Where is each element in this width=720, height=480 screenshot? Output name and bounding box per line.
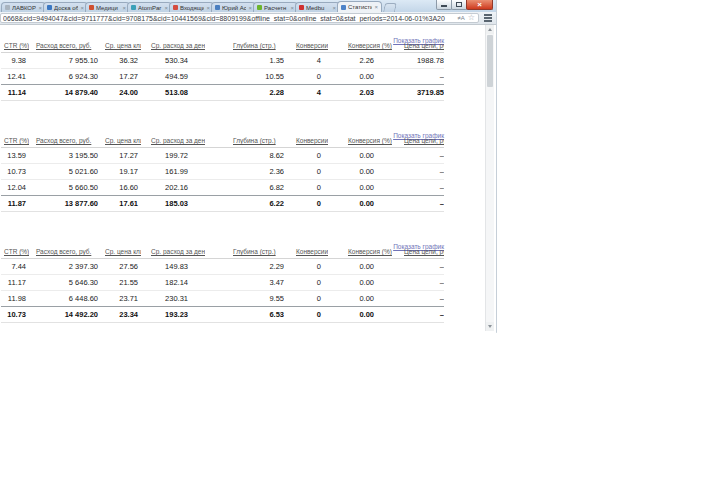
cell: 0 xyxy=(284,180,328,196)
column-header-label: Цена цели, руб. xyxy=(404,248,444,255)
column-header-label: Цена цели, руб. xyxy=(404,42,444,49)
cell: 0.00 xyxy=(328,148,392,164)
tab-close-icon[interactable]: × xyxy=(290,5,294,11)
cell: 149.83 xyxy=(141,259,205,275)
column-header[interactable]: Ср. расход за день, руб. xyxy=(141,39,205,53)
cell: 7.44 xyxy=(1,259,29,275)
cell: 5 646.30 xyxy=(29,275,99,291)
tab-3[interactable]: Медици× xyxy=(85,2,130,12)
table-row: 10.735 021.6019.17161.992.3600.00– xyxy=(1,164,444,180)
maximize-button[interactable] xyxy=(451,0,467,10)
tab-close-icon[interactable]: × xyxy=(122,5,126,11)
cell: 12.04 xyxy=(1,180,29,196)
tab-title: Расчетн xyxy=(264,5,288,11)
column-header-label: Ср. расход за день, руб. xyxy=(151,137,205,144)
total-cell: 13 877.60 xyxy=(29,196,99,212)
browser-window: ЛАВКОР×Доска об×Медици×AtomPar×Входящи×Ю… xyxy=(0,0,497,333)
total-cell: 23.34 xyxy=(99,307,141,323)
column-header[interactable]: CTR (%) xyxy=(1,134,29,148)
cell: 0.00 xyxy=(328,259,392,275)
cell: 202.16 xyxy=(141,180,205,196)
bookmark-star-icon[interactable]: ☆ xyxy=(468,14,475,22)
tab-title: Статисти xyxy=(348,4,372,10)
column-header[interactable]: Конверсия (%) xyxy=(328,39,392,53)
scroll-up-icon xyxy=(488,28,492,31)
column-header[interactable]: Расход всего, руб. xyxy=(29,134,99,148)
column-header[interactable]: Ср. расход за день, руб. xyxy=(141,245,205,259)
cell: – xyxy=(392,180,444,196)
column-header[interactable]: Конверсии xyxy=(284,245,328,259)
column-header[interactable]: CTR (%) xyxy=(1,245,29,259)
tab-close-icon[interactable]: × xyxy=(248,5,252,11)
minimize-button[interactable] xyxy=(436,0,452,10)
column-header[interactable]: Глубина (стр.) xyxy=(205,134,284,148)
tab-favicon-icon xyxy=(5,5,10,10)
column-header-label: Расход всего, руб. xyxy=(36,42,91,49)
tab-1[interactable]: ЛАВКОР× xyxy=(1,2,46,12)
maximize-icon xyxy=(456,2,462,7)
column-header[interactable]: Ср. расход за день, руб. xyxy=(141,134,205,148)
cell: 2.26 xyxy=(328,53,392,69)
total-cell: 11.14 xyxy=(1,85,29,101)
tab-close-icon[interactable]: × xyxy=(374,4,378,10)
column-header[interactable]: Конверсии xyxy=(284,134,328,148)
tab-close-icon[interactable]: × xyxy=(206,5,210,11)
cell: 6 448.60 xyxy=(29,291,99,307)
tab-5[interactable]: Входящи× xyxy=(169,2,214,12)
column-header[interactable]: Конверсии xyxy=(284,39,328,53)
tab-favicon-icon xyxy=(215,5,220,10)
scroll-down-button[interactable] xyxy=(486,322,494,331)
tab-close-icon[interactable]: × xyxy=(80,5,84,11)
total-cell: 0.00 xyxy=(328,196,392,212)
column-header[interactable]: Глубина (стр.) xyxy=(205,245,284,259)
new-tab-button[interactable] xyxy=(383,3,397,12)
translate-icon[interactable]: ≠A xyxy=(458,15,465,21)
column-header[interactable]: Глубина (стр.) xyxy=(205,39,284,53)
stats-table-1: CTR (%)Расход всего, руб.Ср. цена клика,… xyxy=(1,39,444,101)
column-header[interactable]: Расход всего, руб. xyxy=(29,245,99,259)
column-header[interactable]: Ср. цена клика, руб. xyxy=(99,245,141,259)
column-header[interactable]: Ср. цена клика, руб. xyxy=(99,39,141,53)
url-text: 0668&cid=9494047&cid=9711777&cid=9708175… xyxy=(3,15,456,22)
tab-title: Доска об xyxy=(54,5,78,11)
scroll-up-button[interactable] xyxy=(486,25,494,34)
cell: 11.17 xyxy=(1,275,29,291)
tab-6[interactable]: Юрий Ас× xyxy=(211,2,256,12)
table-row: 12.045 660.5016.60202.166.8200.00– xyxy=(1,180,444,196)
tab-close-icon[interactable]: × xyxy=(38,5,42,11)
cell: 161.99 xyxy=(141,164,205,180)
tab-2[interactable]: Доска об× xyxy=(43,2,88,12)
column-header-label: Расход всего, руб. xyxy=(36,137,91,144)
column-header[interactable]: CTR (%) xyxy=(1,39,29,53)
cell: 0.00 xyxy=(328,275,392,291)
close-icon: × xyxy=(477,1,482,9)
cell: 19.17 xyxy=(99,164,141,180)
tab-title: Юрий Ас xyxy=(222,5,246,11)
column-header[interactable]: Ср. цена клика, руб. xyxy=(99,134,141,148)
column-header-label: Ср. расход за день, руб. xyxy=(151,248,205,255)
tab-4[interactable]: AtomPar× xyxy=(127,2,172,12)
cell: 2.36 xyxy=(205,164,284,180)
scrollbar[interactable] xyxy=(485,25,494,331)
menu-button[interactable] xyxy=(482,13,493,24)
total-cell: 10.73 xyxy=(1,307,29,323)
cell: 5 021.60 xyxy=(29,164,99,180)
tab-9[interactable]: Статисти× xyxy=(337,1,382,12)
cell: – xyxy=(392,291,444,307)
url-bar[interactable]: 0668&cid=9494047&cid=9711777&cid=9708175… xyxy=(0,13,479,23)
cell: 27.56 xyxy=(99,259,141,275)
column-header[interactable]: Конверсия (%) xyxy=(328,245,392,259)
tab-close-icon[interactable]: × xyxy=(164,5,168,11)
tab-7[interactable]: Расчетн× xyxy=(253,2,298,12)
tab-8[interactable]: Medbu× xyxy=(295,2,340,12)
cell: 9.55 xyxy=(205,291,284,307)
column-header[interactable]: Конверсия (%) xyxy=(328,134,392,148)
cell: – xyxy=(392,164,444,180)
cell: 182.14 xyxy=(141,275,205,291)
tab-title: Медици xyxy=(96,5,120,11)
tab-close-icon[interactable]: × xyxy=(332,5,336,11)
close-button[interactable]: × xyxy=(466,0,493,10)
scrollbar-thumb[interactable] xyxy=(487,35,493,87)
column-header[interactable]: Расход всего, руб. xyxy=(29,39,99,53)
stat-block-1: Показать графикCTR (%)Расход всего, руб.… xyxy=(1,29,445,101)
